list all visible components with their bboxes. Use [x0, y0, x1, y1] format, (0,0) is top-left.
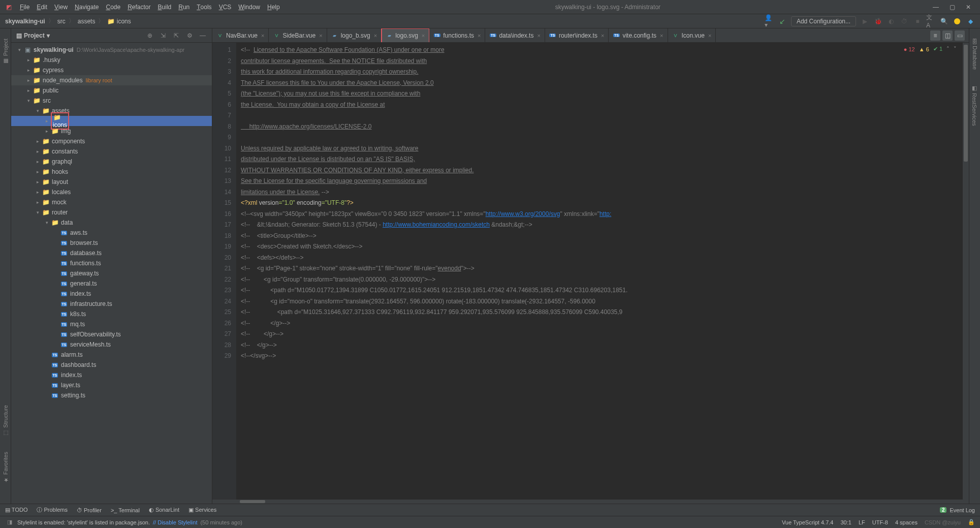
- rail-restservices[interactable]: ◧ RestServices: [971, 85, 978, 126]
- rail-database[interactable]: 🗄 Database: [972, 39, 978, 70]
- menu-view[interactable]: View: [51, 0, 71, 14]
- tree-item-index.ts[interactable]: TSindex.ts: [11, 289, 212, 299]
- tree-item-infrastructure.ts[interactable]: TSinfrastructure.ts: [11, 299, 212, 309]
- project-tree[interactable]: ▾▣skywalking-uiD:\Work\JavaSpace\apache-…: [11, 43, 212, 504]
- collapse-all-icon[interactable]: ⇱: [172, 32, 180, 40]
- menu-code[interactable]: Code: [102, 0, 124, 14]
- tree-item-graphql[interactable]: ▸📁graphql: [11, 157, 212, 167]
- project-panel-title[interactable]: ▤ Project ▾: [16, 32, 50, 39]
- tree-item-index.ts[interactable]: TSindex.ts: [11, 370, 212, 380]
- tab-close-icon[interactable]: ×: [422, 33, 425, 39]
- users-dropdown-icon[interactable]: 👤▾: [765, 17, 774, 26]
- expand-all-icon[interactable]: ⇲: [159, 32, 167, 40]
- menu-file[interactable]: File: [16, 0, 33, 14]
- list-view-icon[interactable]: ≡: [930, 30, 940, 41]
- tree-item-constants[interactable]: ▸📁constants: [11, 146, 212, 157]
- tab-SideBar-vue[interactable]: VSideBar.vue×: [269, 28, 327, 43]
- bottom-todo[interactable]: ▤ TODO: [5, 506, 27, 514]
- updates-available-icon[interactable]: [953, 17, 962, 26]
- tab-close-icon[interactable]: ×: [537, 33, 540, 39]
- tree-item-layer.ts[interactable]: TSlayer.ts: [11, 380, 212, 390]
- tab-close-icon[interactable]: ×: [708, 33, 711, 39]
- tree-item-components[interactable]: ▸📁components: [11, 136, 212, 146]
- bottom-problems[interactable]: ⓘ Problems: [37, 506, 68, 514]
- tab-vite-config-ts[interactable]: TSvite.config.ts×: [609, 28, 668, 43]
- tree-item-img[interactable]: ▸📁img: [11, 126, 212, 136]
- breadcrumb-src[interactable]: src: [57, 18, 66, 25]
- rail-favorites[interactable]: ★ Favorites: [2, 452, 9, 483]
- tree-item-locales[interactable]: ▸📁locales: [11, 187, 212, 197]
- tree-item-public[interactable]: ▸📁public: [11, 85, 212, 96]
- settings-gear-icon[interactable]: ⚙: [185, 32, 194, 40]
- tree-item-setting.ts[interactable]: TSsetting.ts: [11, 390, 212, 400]
- tab-functions-ts[interactable]: TSfunctions.ts×: [429, 28, 485, 43]
- tree-item-functions.ts[interactable]: TSfunctions.ts: [11, 258, 212, 268]
- close-button[interactable]: ✕: [965, 4, 972, 11]
- tree-item-.husky[interactable]: ▸📁.husky: [11, 55, 212, 65]
- preview-icon[interactable]: ▭: [955, 30, 965, 41]
- code-editor[interactable]: <!-- Licensed to the Apache Software Fou…: [237, 43, 969, 500]
- tree-item-k8s.ts[interactable]: TSk8s.ts: [11, 309, 212, 319]
- ide-settings-icon[interactable]: ◆: [966, 17, 975, 26]
- tree-item-aws.ts[interactable]: TSaws.ts: [11, 228, 212, 238]
- tab-Icon-vue[interactable]: VIcon.vue×: [668, 28, 716, 43]
- tree-item-layout[interactable]: ▸📁layout: [11, 177, 212, 187]
- menu-window[interactable]: Window: [235, 0, 264, 14]
- tab-close-icon[interactable]: ×: [601, 33, 604, 39]
- menu-build[interactable]: Build: [154, 0, 175, 14]
- tree-item-dashboard.ts[interactable]: TSdashboard.ts: [11, 360, 212, 370]
- tree-item-hooks[interactable]: ▸📁hooks: [11, 167, 212, 177]
- status-cursor-pos[interactable]: 30:1: [840, 519, 851, 525]
- tab-NavBar-vue[interactable]: VNavBar.vue×: [212, 28, 269, 43]
- maximize-button[interactable]: ▢: [949, 4, 956, 11]
- tree-item-mq.ts[interactable]: TSmq.ts: [11, 319, 212, 329]
- tab-close-icon[interactable]: ×: [478, 33, 481, 39]
- tree-item-node_modules[interactable]: ▸📁node_moduleslibrary root: [11, 75, 212, 85]
- tree-item-alarm.ts[interactable]: TSalarm.ts: [11, 350, 212, 360]
- tree-item-mock[interactable]: ▸📁mock: [11, 197, 212, 207]
- status-encoding[interactable]: UTF-8: [872, 519, 888, 525]
- minimize-button[interactable]: —: [932, 4, 939, 11]
- status-indent[interactable]: 4 spaces: [895, 519, 918, 525]
- inspection-summary[interactable]: ● 12 ▲ 6 ✔ 1 ˄ ˅: [901, 45, 960, 53]
- tree-item-icons[interactable]: ▸📁icons: [11, 116, 212, 126]
- bottom-sonarlint[interactable]: ◐ SonarLint: [149, 506, 179, 514]
- tool-windows-icon[interactable]: ◨: [5, 518, 14, 527]
- split-view-icon[interactable]: ◫: [942, 30, 953, 41]
- lock-icon[interactable]: 🔒: [968, 519, 975, 525]
- tab-close-icon[interactable]: ×: [374, 33, 377, 39]
- event-log-button[interactable]: Event Log: [950, 507, 975, 513]
- rail-project[interactable]: ▦ Project: [2, 39, 9, 65]
- menu-help[interactable]: Help: [264, 0, 283, 14]
- menu-refactor[interactable]: Refactor: [124, 0, 154, 14]
- vertical-scrollbar[interactable]: [963, 43, 969, 500]
- tree-root[interactable]: ▾▣skywalking-uiD:\Work\JavaSpace\apache-…: [11, 45, 212, 55]
- tree-item-general.ts[interactable]: TSgeneral.ts: [11, 278, 212, 289]
- bottom-profiler[interactable]: ⏱ Profiler: [77, 506, 102, 514]
- inspection-down-icon[interactable]: ˅: [954, 46, 957, 52]
- breadcrumb-skywalking-ui[interactable]: skywalking-ui: [5, 18, 45, 25]
- breadcrumb-icons[interactable]: 📁 icons: [107, 18, 131, 25]
- tree-item-browser.ts[interactable]: TSbrowser.ts: [11, 238, 212, 248]
- tab-close-icon[interactable]: ×: [660, 33, 663, 39]
- tree-item-selfObservability.ts[interactable]: TSselfObservability.ts: [11, 329, 212, 339]
- tree-item-router[interactable]: ▾📁router: [11, 207, 212, 218]
- disable-stylelint-link[interactable]: // Disable Stylelint: [153, 519, 197, 525]
- menu-run[interactable]: Run: [175, 0, 193, 14]
- tree-item-database.ts[interactable]: TSdatabase.ts: [11, 248, 212, 258]
- coverage-icon[interactable]: ◐: [887, 17, 896, 26]
- menu-vcs[interactable]: VCS: [215, 0, 235, 14]
- hide-panel-icon[interactable]: —: [199, 32, 207, 40]
- tree-item-assets[interactable]: ▾📁assets: [11, 106, 212, 116]
- breadcrumb-assets[interactable]: assets: [78, 18, 96, 25]
- rail-structure[interactable]: ⬚ Structure: [2, 405, 9, 437]
- translate-icon[interactable]: 文A: [926, 17, 935, 26]
- tab-close-icon[interactable]: ×: [261, 33, 264, 39]
- scroll-thumb[interactable]: [964, 45, 968, 162]
- add-configuration-button[interactable]: Add Configuration...: [791, 16, 856, 26]
- tab-logo_b-svg[interactable]: ▰logo_b.svg×: [327, 28, 382, 43]
- tab-close-icon[interactable]: ×: [319, 33, 322, 39]
- locate-icon[interactable]: ⊕: [146, 32, 154, 40]
- tree-item-gateway.ts[interactable]: TSgateway.ts: [11, 268, 212, 278]
- run-icon[interactable]: ▶: [860, 17, 869, 26]
